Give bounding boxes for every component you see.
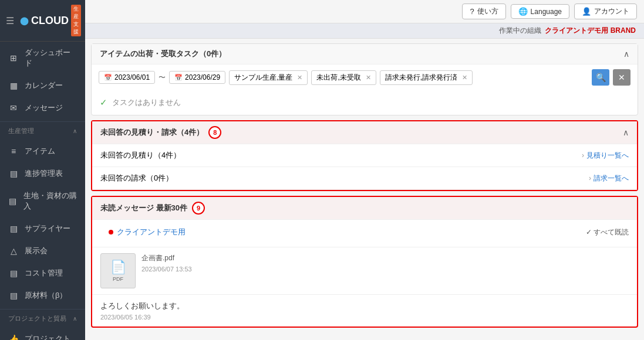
unanswered-badge: 8: [208, 126, 221, 139]
account-button[interactable]: 👤 アカウント: [574, 4, 637, 19]
unanswered-toggle-icon[interactable]: ∧: [623, 128, 629, 137]
hamburger-icon[interactable]: ☰: [6, 15, 14, 26]
remove-tag-production[interactable]: ✕: [297, 74, 302, 81]
logo-cloud-text: CLOUD: [31, 15, 69, 27]
filter-tag-status[interactable]: 未出荷,未受取 ✕: [311, 70, 376, 85]
pdf-label: PDF: [113, 276, 123, 282]
clear-button[interactable]: ✕: [613, 69, 630, 86]
message-icon: ✉: [8, 103, 19, 113]
sidebar-label-project: プロジェクト: [25, 334, 70, 340]
sidebar-item-materials[interactable]: ▤ 原材料（β）: [0, 284, 85, 307]
msg-text-2: よろしくお願いします。: [100, 301, 184, 311]
msg-time-2: 2023/06/05 16:39: [100, 314, 184, 321]
quote-list-link[interactable]: › 見積り一覧へ: [582, 151, 629, 161]
msg-time-1: 2023/06/07 13:53: [141, 266, 192, 273]
sidebar-label-message: メッセージ: [25, 103, 63, 113]
sidebar-item-supplier[interactable]: ▤ サプライヤー: [0, 217, 85, 240]
sidebar-item-items[interactable]: ≡ アイテム: [0, 140, 85, 162]
messages-badge: 9: [192, 202, 205, 215]
message-item-1: 📄 PDF 企画書.pdf 2023/06/07 13:53: [92, 247, 637, 294]
invoice-list-link[interactable]: › 請求一覧へ: [589, 174, 629, 183]
content-area: アイテムの出荷・受取タスク（0件） ∧ 📅 2023/06/01 〜 📅 202…: [85, 39, 644, 340]
sidebar-header: ☰ ⬤ CLOUD 生産支援: [0, 0, 85, 42]
sidebar-item-fabric[interactable]: ▤ 生地・資材の購入: [0, 185, 85, 217]
msg-thread-name[interactable]: クライアントデモ用: [117, 227, 186, 237]
sidebar-label-calendar: カレンダー: [25, 80, 63, 91]
topbar: ? 使い方 🌐 Language 👤 アカウント: [85, 0, 644, 23]
sidebar-label-exhibition: 展示会: [25, 246, 48, 256]
logo-icon: ⬤: [20, 16, 29, 25]
sidebar-logo: ⬤ CLOUD 生産支援: [20, 5, 81, 36]
message-actions-row: クライアントデモ用 ✓ すべて既読: [92, 220, 637, 247]
filter-date-to[interactable]: 📅 2023/06/29: [169, 71, 225, 84]
fabric-icon: ▤: [8, 196, 18, 206]
sidebar-item-progress[interactable]: ▤ 進捗管理表: [0, 162, 85, 185]
sidebar: ☰ ⬤ CLOUD 生産支援 ⊞ ダッシュボード ▦ カレンダー ✉ メッセージ…: [0, 0, 85, 340]
account-label: アカウント: [594, 6, 629, 16]
message-meta-2: よろしくお願いします。 2023/06/05 16:39: [100, 301, 184, 321]
sidebar-label-materials: 原材料（β）: [25, 290, 67, 301]
msg-filename: 企画書.pdf: [141, 253, 192, 263]
work-org-prefix: 作業中の組織: [499, 26, 541, 36]
person-icon: 👤: [582, 7, 591, 16]
unanswered-panel-header: 未回答の見積り・請求（4件） 8 ∧: [92, 121, 637, 144]
shipment-toggle-icon[interactable]: ∧: [623, 49, 629, 59]
filter-tag-production-label: サンプル生産,量産: [234, 73, 292, 83]
unanswered-title-row: 未回答の見積り・請求（4件） 8: [100, 126, 221, 139]
msg-thread-label: クライアントデモ用: [100, 222, 194, 242]
sidebar-label-fabric: 生地・資材の購入: [23, 191, 77, 212]
date-to-value: 2023/06/29: [185, 73, 220, 81]
language-label: Language: [531, 8, 562, 16]
cost-icon: ▤: [8, 268, 19, 278]
empty-message: ✓ タスクはありません: [92, 90, 638, 115]
read-all-button[interactable]: ✓ すべて既読: [586, 227, 629, 237]
progress-icon: ▤: [8, 169, 19, 178]
usage-button[interactable]: ? 使い方: [462, 4, 505, 19]
message-item-2: よろしくお願いします。 2023/06/05 16:39: [92, 294, 637, 327]
sidebar-item-calendar[interactable]: ▦ カレンダー: [0, 74, 85, 97]
logo-badge: 生産支援: [71, 5, 81, 36]
filter-bar: 📅 2023/06/01 〜 📅 2023/06/29 サンプル生産,量産 ✕ …: [92, 64, 638, 90]
messages-panel-header: 未読メッセージ 最新30件 9: [92, 197, 637, 220]
filter-tag-status-label: 未出荷,未受取: [316, 73, 360, 83]
items-icon: ≡: [8, 147, 19, 156]
messages-title-row: 未読メッセージ 最新30件 9: [100, 202, 205, 215]
language-button[interactable]: 🌐 Language: [511, 4, 569, 19]
check-icon: ✓: [100, 97, 107, 108]
section-header-project: プロジェクトと貿易 ∧: [0, 309, 85, 328]
question-icon: ?: [470, 7, 474, 16]
quote-row-label: 未回答の見積り（4件）: [100, 150, 181, 161]
remove-tag-invoice[interactable]: ✕: [462, 74, 467, 81]
calendar-icon: ▦: [8, 81, 19, 90]
arrow-icon2: ›: [589, 174, 591, 182]
sidebar-label-items: アイテム: [25, 146, 55, 157]
pdf-thumbnail: 📄 PDF: [100, 253, 136, 288]
section-label-project: プロジェクトと貿易: [8, 314, 66, 323]
sidebar-item-dashboard[interactable]: ⊞ ダッシュボード: [0, 42, 85, 74]
section-chevron: ∧: [73, 128, 77, 134]
search-button[interactable]: 🔍: [592, 69, 609, 86]
unanswered-panel-title: 未回答の見積り・請求（4件）: [100, 127, 204, 138]
quote-link-text: 見積り一覧へ: [586, 151, 629, 161]
message-meta-1: 企画書.pdf 2023/06/07 13:53: [141, 253, 192, 273]
pdf-icon: 📄: [110, 260, 126, 275]
section-label-production: 生産管理: [8, 127, 34, 135]
date-separator: 〜: [159, 73, 166, 83]
invoice-row: 未回答の請求（0件） › 請求一覧へ: [92, 167, 637, 190]
sidebar-item-message[interactable]: ✉ メッセージ: [0, 97, 85, 119]
sidebar-menu: ⊞ ダッシュボード ▦ カレンダー ✉ メッセージ 生産管理 ∧ ≡ アイテム …: [0, 42, 85, 340]
sidebar-item-cost[interactable]: ▤ コスト管理: [0, 262, 85, 284]
filter-date-from[interactable]: 📅 2023/06/01: [99, 71, 155, 84]
filter-tag-invoice[interactable]: 請求未発行,請求発行済 ✕: [380, 70, 473, 85]
work-org-bar: 作業中の組織 クライアントデモ用 BRAND: [85, 23, 644, 39]
shipment-panel-title: アイテムの出荷・受取タスク（0件）: [100, 49, 226, 59]
invoice-row-label: 未回答の請求（0件）: [100, 173, 173, 183]
date-from-value: 2023/06/01: [114, 73, 150, 81]
filter-tag-production[interactable]: サンプル生産,量産 ✕: [229, 70, 308, 85]
remove-tag-status[interactable]: ✕: [366, 74, 371, 81]
section-header-production: 生産管理 ∧: [0, 121, 85, 140]
sidebar-item-exhibition[interactable]: △ 展示会: [0, 240, 85, 262]
invoice-link-text: 請求一覧へ: [594, 174, 629, 183]
usage-label: 使い方: [477, 6, 498, 16]
sidebar-item-project[interactable]: 👍 プロジェクト: [0, 328, 85, 340]
